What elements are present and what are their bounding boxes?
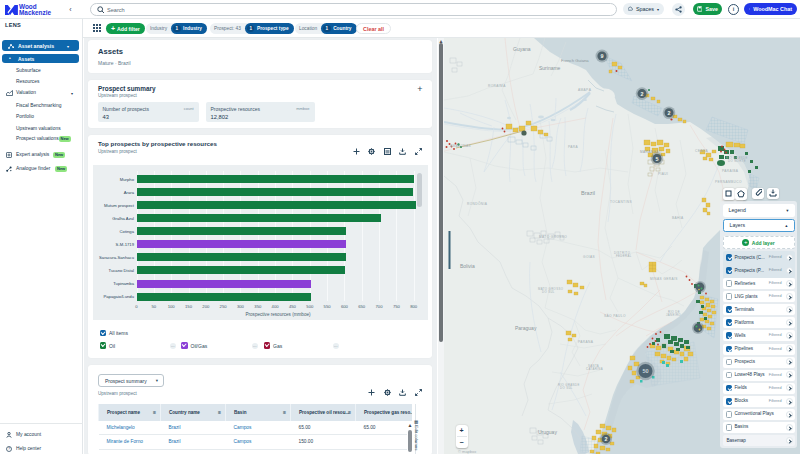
svg-text:RIO DEJANEIRO: RIO DEJANEIRO (666, 310, 681, 317)
svg-text:© mapbox: © mapbox (458, 449, 476, 454)
svg-text:RIO GRANDEDO NORTE: RIO GRANDEDO NORTE (726, 156, 748, 163)
svg-text:2: 2 (605, 436, 608, 442)
svg-text:Suriname: Suriname (539, 65, 561, 71)
svg-text:MINAS GERAIS: MINAS GERAIS (650, 277, 678, 281)
svg-text:Bolivia: Bolivia (460, 263, 475, 269)
svg-text:TOCANTINS: TOCANTINS (610, 200, 632, 204)
svg-text:CEARÁ: CEARÁ (695, 149, 708, 153)
svg-text:2: 2 (668, 110, 671, 116)
svg-text:MARANHÃO: MARANHÃO (640, 149, 662, 154)
svg-text:Paraguay: Paraguay (515, 325, 537, 331)
svg-text:PARÁ: PARÁ (568, 145, 579, 149)
svg-text:PARAÍBA: PARAÍBA (722, 169, 739, 173)
svg-text:PERNAMBUCO: PERNAMBUCO (715, 180, 742, 184)
svg-text:PIAUÍ: PIAUÍ (658, 172, 668, 176)
svg-text:9: 9 (601, 53, 604, 59)
svg-text:AMAZONAS: AMAZONAS (450, 144, 471, 148)
svg-text:RONDÔNIA: RONDÔNIA (467, 201, 488, 206)
svg-text:MATO GROSSO: MATO GROSSO (539, 235, 567, 239)
svg-text:GOIÁS: GOIÁS (583, 255, 595, 259)
svg-text:2: 2 (641, 91, 644, 97)
svg-text:Uruguay: Uruguay (538, 429, 557, 435)
svg-text:BAHIA: BAHIA (672, 216, 684, 220)
svg-text:SÃO PAULO: SÃO PAULO (604, 313, 626, 318)
svg-text:DISTRITOFEDERAL: DISTRITOFEDERAL (614, 251, 632, 258)
svg-text:5: 5 (656, 156, 659, 162)
svg-text:AMAPÁ: AMAPÁ (578, 88, 592, 92)
svg-text:Brazil: Brazil (581, 190, 595, 196)
svg-text:French Guiana: French Guiana (561, 58, 589, 63)
svg-text:PARANÁ: PARANÁ (578, 340, 594, 344)
svg-text:50: 50 (642, 368, 648, 374)
svg-text:Guyana: Guyana (513, 46, 531, 52)
svg-text:?: ? (8, 447, 10, 451)
svg-text:RORAIMA: RORAIMA (488, 84, 506, 88)
